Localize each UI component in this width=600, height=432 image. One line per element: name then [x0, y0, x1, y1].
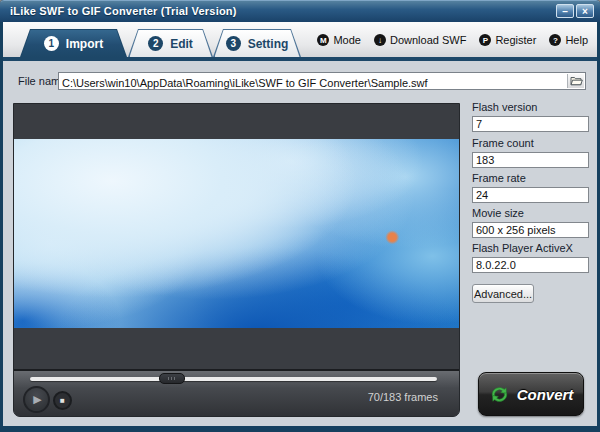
tab-bar: 1 Import 2 Edit 3 Setting M Mode [3, 22, 597, 57]
app-window: iLike SWF to GIF Converter (Trial Versio… [0, 0, 600, 432]
play-button[interactable]: ▶ [23, 386, 50, 413]
swf-movie-canvas [14, 139, 459, 328]
field-label: Flash version [472, 101, 589, 113]
tab-import[interactable]: 1 Import [20, 29, 127, 57]
field-value: 24 [472, 187, 589, 203]
field-label: Frame count [472, 137, 589, 149]
preview-area: ▶ ■ 70/183 frames [13, 103, 460, 417]
download-swf-label: Download SWF [390, 34, 466, 46]
advanced-button[interactable]: Advanced... [472, 284, 534, 303]
tab-setting-number-badge: 3 [226, 36, 241, 51]
field-frame-count: Frame count 183 [472, 137, 589, 168]
convert-sync-icon [489, 384, 510, 405]
tab-setting-fill: 3 Setting [215, 30, 300, 57]
tab-edit-label: Edit [170, 37, 193, 51]
field-movie-size: Movie size 600 x 256 pixels [472, 207, 589, 238]
minimize-button[interactable]: – [556, 4, 574, 18]
play-icon: ▶ [33, 393, 41, 406]
tab-accent-strip [3, 57, 597, 61]
tab-edit-fill: 2 Edit [130, 30, 212, 57]
tab-import-fill: 1 Import [22, 30, 126, 57]
file-name-input[interactable] [59, 75, 585, 91]
window-title: iLike SWF to GIF Converter (Trial Versio… [10, 5, 237, 17]
field-label: Movie size [472, 207, 589, 219]
mode-label: Mode [333, 34, 361, 46]
tab-edit[interactable]: 2 Edit [128, 29, 213, 57]
folder-open-icon [570, 74, 583, 89]
menu-item-help[interactable]: ? Help [549, 34, 588, 46]
progress-thumb[interactable] [159, 373, 185, 384]
browse-button[interactable] [567, 74, 584, 88]
window-controls: – × [556, 4, 594, 18]
convert-button-label: Convert [517, 386, 574, 403]
close-button[interactable]: × [576, 4, 594, 18]
convert-button[interactable]: Convert [478, 372, 584, 416]
stop-button[interactable]: ■ [53, 391, 72, 410]
field-value: 7 [472, 116, 589, 132]
field-label: Flash Player ActiveX [472, 242, 589, 254]
app-body: 1 Import 2 Edit 3 Setting M Mode [3, 22, 597, 426]
field-frame-rate: Frame rate 24 [472, 172, 589, 203]
tab-import-number-badge: 1 [44, 36, 59, 51]
menu-item-register[interactable]: P Register [479, 34, 536, 46]
progress-track[interactable] [30, 377, 437, 381]
field-flash-version: Flash version 7 [472, 101, 589, 132]
field-label: Frame rate [472, 172, 589, 184]
download-icon: ↓ [374, 34, 386, 46]
playback-control-bar: ▶ ■ 70/183 frames [14, 369, 459, 416]
field-value: 8.0.22.0 [472, 257, 589, 273]
help-icon: ? [549, 34, 561, 46]
title-bar: iLike SWF to GIF Converter (Trial Versio… [0, 0, 600, 22]
tab-import-label: Import [66, 37, 103, 51]
menu-item-download-swf[interactable]: ↓ Download SWF [374, 34, 466, 46]
tab-setting-label: Setting [248, 37, 289, 51]
top-action-menu: M Mode ↓ Download SWF P Register ? Help [317, 34, 588, 46]
stop-icon: ■ [60, 396, 65, 405]
file-name-field [58, 72, 586, 90]
field-flash-player-activex: Flash Player ActiveX 8.0.22.0 [472, 242, 589, 273]
mode-icon: M [317, 34, 329, 46]
tab-setting[interactable]: 3 Setting [213, 29, 301, 57]
field-value: 183 [472, 152, 589, 168]
tab-edit-number-badge: 2 [148, 36, 163, 51]
frame-counter: 70/183 frames [368, 391, 438, 403]
register-icon: P [479, 34, 491, 46]
field-value: 600 x 256 pixels [472, 222, 589, 238]
help-label: Help [565, 34, 588, 46]
register-label: Register [495, 34, 536, 46]
menu-item-mode[interactable]: M Mode [317, 34, 361, 46]
